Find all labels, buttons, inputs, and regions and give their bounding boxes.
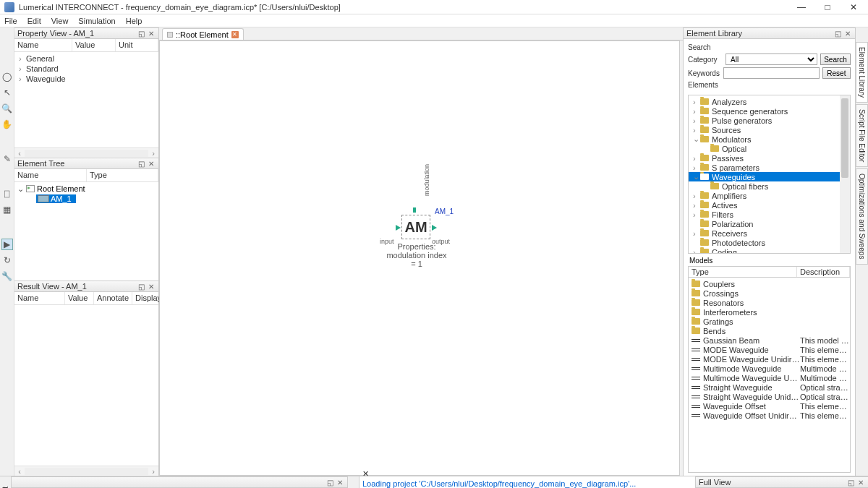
tree-item-am1[interactable]: AM_1 xyxy=(14,194,158,204)
model-item-multimode-waveguide-unidirectional[interactable]: Multimode Waveguide UnidirectionalMultim… xyxy=(689,373,850,382)
library-item-receivers[interactable]: ›Receivers xyxy=(689,228,850,238)
element-body[interactable]: AM xyxy=(401,215,430,239)
rv-col-name[interactable]: Name xyxy=(14,292,65,304)
prop-row-general[interactable]: ›General xyxy=(14,53,158,64)
library-item-amplifiers[interactable]: ›Amplifiers xyxy=(689,191,850,200)
model-item-waveguide-offset-unidirectional[interactable]: Waveguide Offset UnidirectionalThis elem… xyxy=(689,411,850,420)
model-item-straight-waveguide[interactable]: Straight WaveguideOptical straight wav..… xyxy=(689,382,850,392)
result-scrollbar[interactable]: ‹› xyxy=(14,466,158,476)
tab-close-icon[interactable]: ✕ xyxy=(231,31,239,38)
menu-simulation[interactable]: Simulation xyxy=(78,17,115,25)
prop-row-standard[interactable]: ›Standard xyxy=(14,64,158,74)
waveguide-icon xyxy=(692,405,700,408)
panel-close-icon[interactable]: ✕ xyxy=(336,478,344,487)
tool-select-icon[interactable]: ◯ xyxy=(1,71,13,82)
panel-float-icon[interactable]: ◱ xyxy=(137,282,145,291)
library-item-sources[interactable]: ›Sources xyxy=(689,125,850,134)
et-col-name[interactable]: Name xyxy=(14,169,87,181)
panel-float-icon[interactable]: ◱ xyxy=(326,478,334,487)
model-item-multimode-waveguide[interactable]: Multimode WaveguideMultimode wavegui... xyxy=(689,364,850,373)
library-item-analyzers[interactable]: ›Analyzers xyxy=(689,97,850,106)
design-canvas[interactable]: AM_1 modulation AM input output Properti… xyxy=(159,40,680,476)
model-item-gaussian-beam[interactable]: Gaussian BeamThis model is equiv... xyxy=(689,335,850,345)
close-button[interactable]: ✕ xyxy=(843,1,864,13)
panel-close-icon[interactable]: ✕ xyxy=(856,478,865,487)
tool-grid-icon[interactable]: ▦ xyxy=(1,204,13,215)
result-view-title: Result View - AM_1 xyxy=(17,282,135,291)
models-col-description[interactable]: Description xyxy=(797,267,850,277)
library-item-photodetectors[interactable]: Photodetectors xyxy=(689,238,850,247)
tool-pointer-icon[interactable]: ↖ xyxy=(1,87,13,98)
menu-help[interactable]: Help xyxy=(126,17,142,25)
model-item-waveguide-offset[interactable]: Waveguide OffsetThis element applie... xyxy=(689,401,850,411)
tab-element-library[interactable]: Element Library xyxy=(856,42,868,103)
menu-edit[interactable]: Edit xyxy=(27,17,41,25)
library-item-polarization[interactable]: Polarization xyxy=(689,219,850,228)
model-item-couplers[interactable]: Couplers xyxy=(689,279,850,288)
panel-close-icon[interactable]: ✕ xyxy=(147,159,156,168)
rv-col-annotate[interactable]: Annotate xyxy=(94,292,132,304)
tab-optimizations-sweeps[interactable]: Optimizations and Sweeps xyxy=(856,168,868,264)
tool-settings-icon[interactable]: 🔧 xyxy=(1,270,13,282)
tab-root-element[interactable]: ::Root Element ✕ xyxy=(162,28,244,40)
library-item-optical-fibers[interactable]: Optical fibers xyxy=(689,181,850,191)
library-item-sequence-generators[interactable]: ›Sequence generators xyxy=(689,106,850,116)
prop-col-unit[interactable]: Unit xyxy=(116,39,158,51)
models-col-type[interactable]: Type xyxy=(689,267,797,277)
port-modulation[interactable] xyxy=(413,207,416,213)
panel-float-icon[interactable]: ◱ xyxy=(833,29,842,38)
tab-icon xyxy=(167,32,173,38)
model-item-mode-waveguide-unidirectional[interactable]: MODE Waveguide UnidirectionalThis elemen… xyxy=(689,354,850,364)
tool-pan-icon[interactable]: ✋ xyxy=(1,119,13,130)
panel-close-icon[interactable]: ✕ xyxy=(843,29,852,38)
model-item-interferometers[interactable]: Interferometers xyxy=(689,307,850,317)
prop-col-value[interactable]: Value xyxy=(72,39,116,51)
panel-float-icon[interactable]: ◱ xyxy=(137,29,145,38)
port-input[interactable] xyxy=(396,225,401,231)
panel-float-icon[interactable]: ◱ xyxy=(137,159,145,168)
library-item-coding[interactable]: ›Coding xyxy=(689,247,850,254)
menu-view[interactable]: View xyxy=(51,17,69,25)
prop-row-waveguide[interactable]: ›Waveguide xyxy=(14,74,158,84)
model-item-gratings[interactable]: Gratings xyxy=(689,317,850,326)
prop-col-name[interactable]: Name xyxy=(14,39,72,51)
library-scrollbar[interactable] xyxy=(840,95,850,253)
library-item-passives[interactable]: ›Passives xyxy=(689,153,850,163)
keywords-input[interactable] xyxy=(723,67,820,79)
maximize-button[interactable]: □ xyxy=(817,1,838,13)
model-item-bends[interactable]: Bends xyxy=(689,326,850,335)
tool-refresh-icon[interactable]: ↻ xyxy=(1,254,13,266)
library-item-s-parameters[interactable]: ›S parameters xyxy=(689,163,850,172)
panel-float-icon[interactable]: ◱ xyxy=(846,478,855,487)
search-button[interactable]: Search xyxy=(820,53,851,65)
category-select[interactable]: All xyxy=(726,53,817,65)
et-col-type[interactable]: Type xyxy=(87,169,158,181)
library-item-pulse-generators[interactable]: ›Pulse generators xyxy=(689,116,850,125)
tool-run-icon[interactable]: ▶ xyxy=(1,239,13,250)
library-item-modulators[interactable]: ⌄Modulators xyxy=(689,134,850,144)
folder-icon xyxy=(700,211,709,218)
model-item-mode-waveguide[interactable]: MODE WaveguideThis element can im... xyxy=(689,345,850,354)
model-item-resonators[interactable]: Resonators xyxy=(689,298,850,307)
tab-script-file-editor[interactable]: Script File Editor xyxy=(856,104,868,167)
tool-zoom-icon[interactable]: 🔍 xyxy=(1,103,13,114)
tree-root-element[interactable]: ⌄Root Element xyxy=(14,184,158,194)
library-item-optical[interactable]: Optical xyxy=(689,144,850,153)
tool-edit-icon[interactable]: ✎ xyxy=(1,153,13,165)
panel-close-icon[interactable]: ✕ xyxy=(147,282,156,291)
panel-close-icon[interactable]: ✕ xyxy=(147,29,156,38)
library-tree[interactable]: ›Analyzers›Sequence generators›Pulse gen… xyxy=(688,95,851,254)
prop-scrollbar[interactable]: ‹› xyxy=(14,147,158,158)
model-item-straight-waveguide-unidirectional[interactable]: Straight Waveguide UnidirectionalOptical… xyxy=(689,392,850,401)
library-item-actives[interactable]: ›Actives xyxy=(689,200,850,210)
menu-file[interactable]: File xyxy=(4,17,17,25)
rv-col-value[interactable]: Value xyxy=(65,292,94,304)
tool-window-icon[interactable]: ⎕ xyxy=(1,188,13,200)
canvas-element-am1[interactable]: AM_1 modulation AM input output Properti… xyxy=(391,215,442,268)
port-output[interactable] xyxy=(432,225,437,231)
minimize-button[interactable]: — xyxy=(791,1,812,13)
library-item-filters[interactable]: ›Filters xyxy=(689,210,850,219)
reset-button[interactable]: Reset xyxy=(822,67,851,79)
library-item-waveguides[interactable]: ⌄Waveguides xyxy=(689,172,850,181)
model-item-crossings[interactable]: Crossings xyxy=(689,288,850,298)
